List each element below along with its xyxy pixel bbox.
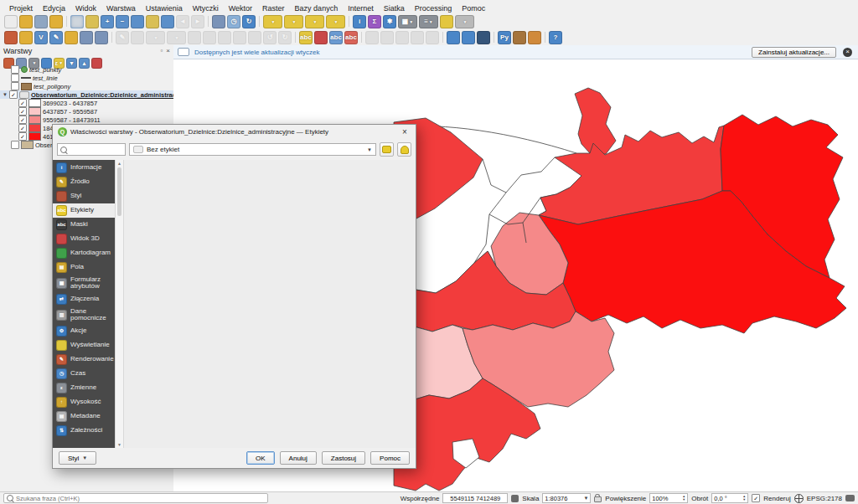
tab-dane-pomocnicze[interactable]: ▥ Dane pomocnicze <box>53 306 115 324</box>
undo[interactable]: ↺▼ <box>263 31 277 44</box>
toolbar-icon[interactable]: ▼ <box>349 16 349 27</box>
save-project[interactable]: ▼ <box>34 15 48 28</box>
apply-button[interactable]: Zastosuj <box>322 451 365 465</box>
tab-informacje[interactable]: i Informacje <box>53 161 115 175</box>
metasearch-catalog[interactable]: ▼ <box>447 31 460 44</box>
toolbar-icon[interactable]: ▼ <box>66 16 67 27</box>
redo[interactable]: ↻▼ <box>278 31 292 44</box>
open-project[interactable]: ▼ <box>19 15 33 28</box>
tab-formularz-atrybutow[interactable]: ▦ Formularz atrybutów <box>53 275 115 292</box>
zoom-out[interactable]: −▼ <box>116 15 129 28</box>
pin-labels[interactable]: ▼ <box>365 31 379 44</box>
spinner-arrows-icon[interactable]: ▲▼ <box>742 495 746 501</box>
new-project[interactable]: ▼ <box>4 15 18 28</box>
open-attribute-table[interactable]: ▦▼ <box>398 15 417 28</box>
layer-visibility-checkbox[interactable] <box>11 141 19 149</box>
sidebar-scrollbar[interactable]: ▲ ▼ <box>115 160 124 448</box>
zoom-next[interactable]: ►▼ <box>191 15 204 28</box>
tab-zlaczenia[interactable]: ⇄ Złączenia <box>53 292 115 306</box>
layer-labeling-options[interactable]: abc▼ <box>329 31 343 44</box>
open-layer-styling[interactable]: ▼ <box>4 31 18 44</box>
refresh-map[interactable]: ↻▼ <box>242 15 256 28</box>
panel-undock-icon[interactable]: ▫ <box>160 48 163 54</box>
toolbar-icon[interactable]: ▼ <box>545 32 545 43</box>
add-postgis-layer[interactable]: ▼ <box>80 31 93 44</box>
tab-kartodiagram[interactable]: Kartodiagram <box>53 246 115 260</box>
unpin-labels[interactable]: ▼ <box>380 31 394 44</box>
cut-features[interactable]: ▼ <box>218 31 231 44</box>
dialog-title-bar[interactable]: Q Właściwości warstwy - Obserwatorium_Dz… <box>53 125 416 139</box>
panel-close-icon[interactable]: × <box>166 48 170 54</box>
magnifier-spinbox[interactable]: 100% ▲▼ <box>649 493 688 503</box>
select-features[interactable]: ▼ <box>263 15 282 28</box>
pan-map[interactable]: ▼ <box>70 15 84 28</box>
map-tips[interactable]: ▼ <box>440 15 453 28</box>
menu-item[interactable]: Internet <box>343 3 379 13</box>
locator-search-input[interactable] <box>16 495 265 502</box>
coordinates-input[interactable] <box>442 493 508 503</box>
toolbar-icon[interactable]: ▼ <box>295 32 296 43</box>
layer-tree-row[interactable]: ▼ test_poligony <box>0 82 173 90</box>
style-menu-button[interactable]: Styl▼ <box>59 451 96 465</box>
tab-widok-3d[interactable]: Widok 3D <box>53 232 115 246</box>
layer-unplaced-labels[interactable]: abc▼ <box>344 31 358 44</box>
temporal-controller[interactable]: ◷▼ <box>227 15 240 28</box>
menu-item[interactable]: Siatka <box>379 3 410 13</box>
scrollbar-thumb[interactable] <box>117 167 121 216</box>
scroll-up-icon[interactable]: ▲ <box>117 161 121 166</box>
move-label[interactable]: ▼ <box>411 31 424 44</box>
layer-visibility-checkbox[interactable] <box>18 116 27 124</box>
add-feature[interactable]: ▼ <box>146 31 165 44</box>
layer-tree-row[interactable]: ▼ test_linie <box>0 74 173 82</box>
select-all-features[interactable]: ▼ <box>326 15 345 28</box>
tab-renderowanie[interactable]: ✎ Renderowanie <box>53 352 115 367</box>
layer-diagram[interactable]: ▼ <box>314 31 328 44</box>
labeling-engine-settings-button[interactable] <box>397 142 411 157</box>
menu-item[interactable]: Edycja <box>38 3 70 13</box>
pan-to-selection[interactable]: ▼ <box>85 15 99 28</box>
identify-features[interactable]: i▼ <box>353 15 366 28</box>
zoom-to-selection[interactable]: ▼ <box>146 15 159 28</box>
layer-visibility-checkbox[interactable] <box>18 99 27 107</box>
statistics-summary[interactable]: Σ▼ <box>368 15 381 28</box>
toggle-editing[interactable]: ✎▼ <box>116 31 129 44</box>
delete-selected[interactable]: ▼ <box>203 31 216 44</box>
menu-item[interactable]: Pomoc <box>457 3 490 13</box>
vertex-tool[interactable]: ▼ <box>167 31 186 44</box>
spinner-arrows-icon[interactable]: ▲▼ <box>682 495 685 501</box>
menu-item[interactable]: Warstwa <box>101 3 141 13</box>
messages-bubble-icon[interactable] <box>845 495 855 501</box>
tab-czas[interactable]: ◷ Czas <box>53 367 115 381</box>
measure[interactable]: ≡▼ <box>419 15 438 28</box>
add-mesh-layer[interactable]: ✎▼ <box>49 31 63 44</box>
layer-visibility-checkbox[interactable] <box>11 82 19 90</box>
dialog-close-icon[interactable]: × <box>399 127 411 136</box>
layer-tree-row[interactable]: ▼ 9559587 - 18473911 <box>0 116 173 124</box>
tab-maski[interactable]: abc Maski <box>53 218 115 232</box>
menu-item[interactable]: Wtyczki <box>188 3 224 13</box>
extent-toggle-icon[interactable] <box>511 495 519 502</box>
tab-wysokosc[interactable]: ↑ Wysokość <box>53 395 115 409</box>
tab-etykiety[interactable]: abc Etykiety <box>53 203 115 218</box>
new-spatial-bookmark[interactable]: ▼ <box>212 15 225 28</box>
crs-value[interactable]: EPSG:2178 <box>807 495 842 502</box>
rotate-label[interactable]: ▼ <box>426 31 439 44</box>
crs-globe-icon[interactable] <box>794 494 804 503</box>
save-layer-edits[interactable]: ▼ <box>131 31 144 44</box>
add-vector-layer[interactable]: V▼ <box>34 31 48 44</box>
dialog-search-input[interactable] <box>57 143 126 156</box>
toolbar-icon[interactable]: ▼ <box>494 32 494 43</box>
tab-akcje[interactable]: ⚙ Akcje <box>53 324 115 338</box>
render-checkbox[interactable]: ✓ <box>752 494 760 502</box>
locator-search[interactable] <box>3 493 268 503</box>
toolbar-icon[interactable]: ▼ <box>259 16 260 27</box>
menu-item[interactable]: Ustawienia <box>141 3 188 13</box>
menu-item[interactable]: Projekt <box>4 3 38 13</box>
label-type-combobox[interactable]: Bez etykiet ▼ <box>129 143 376 156</box>
ok-button[interactable]: OK <box>246 451 275 465</box>
toolbar-icon[interactable]: ▼ <box>361 32 362 43</box>
zoom-full-extent[interactable]: ▼ <box>131 15 144 28</box>
layer-labeling[interactable]: abc▼ <box>299 31 313 44</box>
web-service-dark[interactable]: ▼ <box>477 31 490 44</box>
zoom-in[interactable]: +▼ <box>101 15 114 28</box>
